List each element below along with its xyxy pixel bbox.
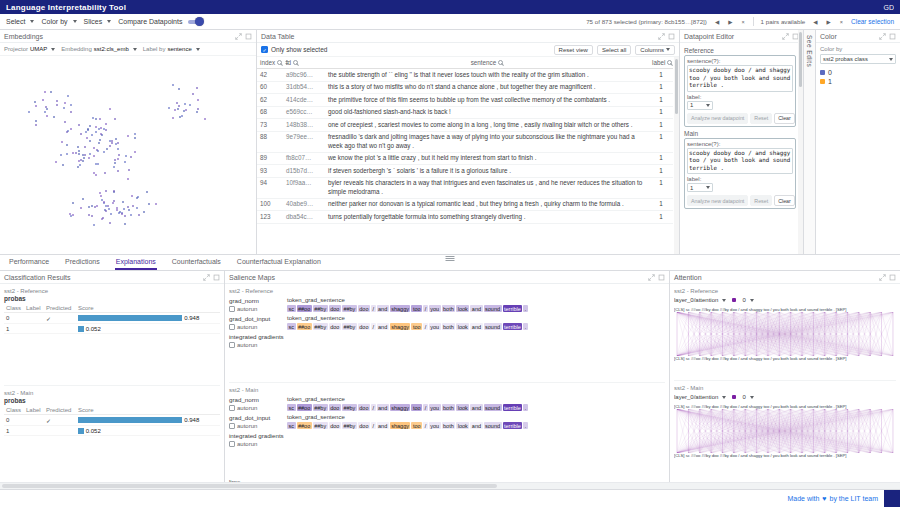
scatter-point[interactable] bbox=[114, 118, 116, 120]
scatter-point[interactable] bbox=[114, 159, 116, 161]
next-datapoint-button[interactable]: ▶ bbox=[727, 19, 733, 25]
scatter-point[interactable] bbox=[137, 196, 139, 198]
salience-token[interactable]: shaggy bbox=[390, 323, 411, 330]
scatter-point[interactable] bbox=[99, 118, 101, 120]
scatter-point[interactable] bbox=[28, 111, 30, 113]
horizontal-scrollbar[interactable] bbox=[0, 482, 900, 489]
maximize-panel-icon[interactable] bbox=[213, 274, 220, 281]
scatter-point[interactable] bbox=[103, 151, 105, 153]
reset-button[interactable]: Reset bbox=[750, 195, 772, 206]
scatter-point[interactable] bbox=[116, 209, 118, 211]
salience-token[interactable]: too bbox=[411, 422, 422, 429]
autorun-checkbox[interactable]: autorun bbox=[229, 405, 287, 411]
clear-pairs-button[interactable]: × bbox=[839, 19, 844, 25]
table-row[interactable]: 93d15b7d…if steven soderbergh 's ` solar… bbox=[257, 165, 673, 178]
scatter-point[interactable] bbox=[117, 158, 119, 160]
scatter-point[interactable] bbox=[127, 135, 129, 137]
scatter-point[interactable] bbox=[115, 138, 117, 140]
scatter-point[interactable] bbox=[127, 206, 129, 208]
salience-token[interactable]: ##by bbox=[342, 404, 357, 411]
table-scrollbar[interactable] bbox=[674, 57, 679, 254]
scatter-point[interactable] bbox=[82, 198, 84, 200]
salience-token[interactable]: / bbox=[423, 404, 428, 411]
scrollbar-thumb[interactable] bbox=[2, 484, 497, 488]
scatter-point[interactable] bbox=[95, 131, 97, 133]
salience-token[interactable]: / bbox=[371, 404, 376, 411]
head-select[interactable]: 0 bbox=[742, 297, 753, 303]
scatter-point[interactable] bbox=[78, 153, 80, 155]
expand-panel-icon[interactable] bbox=[203, 274, 210, 281]
embedding-scatter[interactable] bbox=[0, 56, 256, 254]
search-icon[interactable] bbox=[293, 60, 298, 65]
salience-token[interactable]: both bbox=[442, 305, 456, 312]
prev-pair-button[interactable]: ◀ bbox=[812, 19, 818, 25]
salience-token[interactable]: look bbox=[456, 422, 469, 429]
scatter-point[interactable] bbox=[100, 195, 102, 197]
scatter-point[interactable] bbox=[56, 100, 58, 102]
clear-primary-button[interactable]: × bbox=[740, 19, 745, 25]
user-avatar[interactable]: GD bbox=[884, 4, 895, 11]
analyze-new-datapoint-button[interactable]: Analyze new datapoint bbox=[687, 113, 748, 124]
salience-token[interactable]: sound bbox=[484, 305, 502, 312]
scatter-point[interactable] bbox=[72, 202, 74, 204]
scatter-point[interactable] bbox=[93, 224, 95, 226]
clear-button[interactable]: Clear bbox=[774, 113, 795, 124]
salience-token[interactable]: sc bbox=[287, 305, 296, 312]
editor-scrollbar[interactable] bbox=[798, 30, 803, 254]
maximize-panel-icon[interactable] bbox=[889, 274, 896, 281]
scatter-point[interactable] bbox=[101, 134, 103, 136]
scatter-point[interactable] bbox=[66, 144, 68, 146]
select-menu-button[interactable]: Select bbox=[6, 18, 34, 25]
tab-predictions[interactable]: Predictions bbox=[64, 256, 101, 270]
salience-token[interactable]: doo bbox=[358, 422, 370, 429]
scatter-point[interactable] bbox=[105, 190, 107, 192]
scatter-point[interactable] bbox=[155, 203, 157, 205]
select-all-button[interactable]: Select all bbox=[597, 45, 631, 55]
scatter-point[interactable] bbox=[62, 164, 64, 166]
scatter-point[interactable] bbox=[93, 147, 95, 149]
scatter-point[interactable] bbox=[117, 148, 119, 150]
projector-select[interactable]: Projector UMAP bbox=[4, 46, 55, 52]
salience-token[interactable]: and bbox=[470, 422, 482, 429]
scatter-point[interactable] bbox=[35, 120, 37, 122]
salience-token[interactable]: both bbox=[442, 422, 456, 429]
scatter-point[interactable] bbox=[80, 207, 82, 209]
salience-token[interactable]: sc bbox=[287, 404, 296, 411]
scatter-point[interactable] bbox=[104, 172, 106, 174]
drag-handle-icon[interactable] bbox=[446, 256, 455, 261]
search-icon[interactable] bbox=[667, 60, 672, 65]
scatter-point[interactable] bbox=[134, 137, 136, 139]
scatter-point[interactable] bbox=[118, 212, 120, 214]
tab-counterfactual-explanation[interactable]: Counterfactual Explanation bbox=[236, 256, 322, 270]
scrollbar-thumb[interactable] bbox=[675, 59, 678, 114]
scatter-point[interactable] bbox=[70, 215, 72, 217]
salience-token[interactable]: and bbox=[377, 305, 389, 312]
scatter-point[interactable] bbox=[132, 205, 134, 207]
salience-token[interactable]: doo bbox=[329, 305, 341, 312]
scatter-point[interactable] bbox=[197, 99, 199, 101]
scatter-point[interactable] bbox=[114, 162, 116, 164]
scatter-point[interactable] bbox=[84, 146, 86, 148]
scatter-point[interactable] bbox=[70, 128, 72, 130]
scatter-point[interactable] bbox=[178, 105, 180, 107]
label-select[interactable]: 1 bbox=[687, 101, 713, 110]
table-row[interactable]: 123dba54c…turns potentially forgettable … bbox=[257, 211, 673, 224]
scatter-point[interactable] bbox=[77, 166, 79, 168]
layer-select[interactable]: layer_0/attention bbox=[674, 394, 726, 400]
scatter-point[interactable] bbox=[178, 88, 180, 90]
scatter-point[interactable] bbox=[96, 205, 98, 207]
scatter-point[interactable] bbox=[146, 191, 148, 193]
scatter-point[interactable] bbox=[138, 214, 140, 216]
scatter-point[interactable] bbox=[83, 157, 85, 159]
scatter-point[interactable] bbox=[100, 127, 102, 129]
scatter-point[interactable] bbox=[118, 154, 120, 156]
scatter-point[interactable] bbox=[72, 214, 74, 216]
scatter-point[interactable] bbox=[35, 124, 37, 126]
salience-token[interactable]: / bbox=[423, 422, 428, 429]
scatter-point[interactable] bbox=[128, 169, 130, 171]
scatter-point[interactable] bbox=[60, 154, 62, 156]
scatter-point[interactable] bbox=[128, 209, 130, 211]
salience-token[interactable]: ##oo bbox=[297, 404, 312, 411]
scatter-point[interactable] bbox=[78, 160, 80, 162]
scatter-point[interactable] bbox=[97, 150, 99, 152]
